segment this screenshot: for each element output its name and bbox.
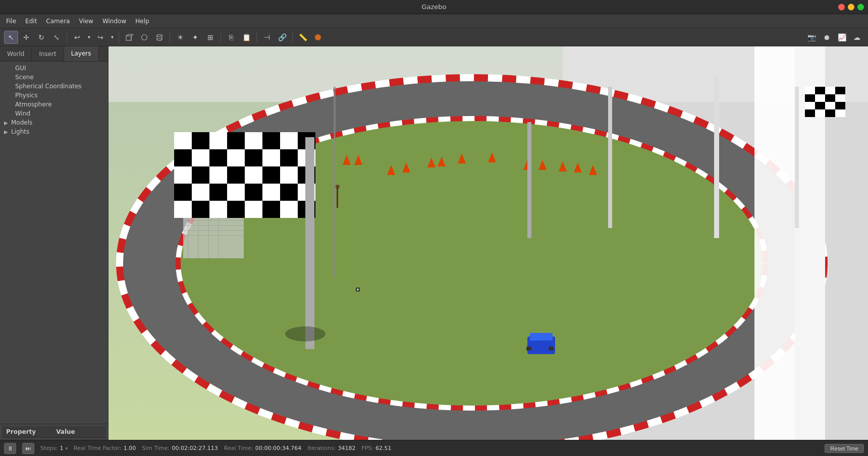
step-button[interactable]: ⏭	[22, 443, 34, 454]
svg-rect-70	[608, 87, 612, 228]
tree-label-spherical: Spherical Coordinates	[15, 83, 82, 90]
sphere-button[interactable]	[137, 31, 151, 44]
svg-point-2	[157, 34, 162, 36]
svg-rect-41	[305, 137, 314, 349]
pause-button[interactable]: ⏸	[4, 443, 16, 454]
svg-rect-31	[245, 166, 262, 184]
svg-rect-21	[174, 132, 192, 149]
copy-button[interactable]: ⎘	[224, 31, 238, 44]
tree-item-spherical[interactable]: Spherical Coordinates	[0, 82, 108, 91]
real-time-section: Real Time: 00:00:00:34.764	[224, 445, 301, 451]
app-title: Gazebo	[421, 3, 446, 11]
steps-section: Steps: 1 ▾	[40, 445, 68, 451]
steps-value: 1	[60, 445, 63, 451]
align-button[interactable]: ⊣	[260, 31, 274, 44]
redo-arrow-button[interactable]: ▾	[108, 31, 116, 44]
svg-rect-34	[227, 184, 245, 201]
maximize-button[interactable]	[857, 4, 864, 10]
rotate-tool[interactable]: ↻	[34, 31, 48, 44]
spot-light-button[interactable]: ✦	[188, 31, 202, 44]
tree-item-lights[interactable]: ▶ Lights	[0, 127, 108, 136]
property-col-label: Property	[6, 428, 36, 435]
svg-rect-23	[245, 132, 262, 149]
tree-item-atmosphere[interactable]: Atmosphere	[0, 100, 108, 109]
plot-button[interactable]: 📈	[835, 31, 849, 44]
tree-item-models[interactable]: ▶ Models	[0, 118, 108, 127]
sim-time-value: 00:02:02:27.113	[172, 445, 218, 451]
svg-rect-24	[280, 132, 298, 149]
panel-tabs: World Insert Layers	[0, 46, 108, 62]
svg-rect-33	[192, 184, 209, 201]
tree-label-lights: Lights	[11, 128, 29, 135]
translate-tool[interactable]: ✛	[19, 31, 33, 44]
svg-rect-35	[262, 184, 280, 201]
menu-edit[interactable]: Edit	[21, 17, 41, 26]
svg-rect-67	[526, 347, 531, 351]
pointcloud-button[interactable]: ☁	[850, 31, 864, 44]
iterations-section: Iterations: 34182	[307, 445, 355, 451]
svg-rect-72	[795, 87, 799, 228]
tree-item-scene[interactable]: Scene	[0, 73, 108, 82]
tab-layers[interactable]: Layers	[64, 46, 99, 61]
redo-button[interactable]: ↪	[93, 31, 107, 44]
tree-item-gui[interactable]: GUI	[0, 64, 108, 73]
svg-rect-80	[815, 109, 825, 117]
menu-help[interactable]: Help	[131, 17, 153, 26]
record-button[interactable]: ⏺	[820, 31, 834, 44]
paste-button[interactable]: 📋	[239, 31, 253, 44]
toolbar-separator-2	[119, 32, 119, 42]
steps-arrow[interactable]: ▾	[65, 446, 68, 451]
viewport[interactable]	[108, 46, 868, 440]
tab-insert[interactable]: Insert	[32, 46, 64, 61]
svg-rect-74	[805, 87, 815, 94]
point-light-button[interactable]: ☀	[173, 31, 187, 44]
measure-button[interactable]: 📏	[296, 31, 310, 44]
svg-rect-25	[192, 149, 209, 166]
snap-button[interactable]: 🔗	[275, 31, 289, 44]
main-layout: World Insert Layers GUI Scene Spherical …	[0, 46, 868, 440]
menu-view[interactable]: View	[75, 17, 97, 26]
svg-rect-38	[209, 201, 227, 218]
cylinder-button[interactable]	[152, 31, 167, 44]
tree-item-physics[interactable]: Physics	[0, 91, 108, 100]
svg-rect-83	[337, 188, 338, 208]
cursor-indicator	[356, 288, 360, 292]
tab-world[interactable]: World	[0, 46, 32, 61]
menu-file[interactable]: File	[2, 17, 20, 26]
svg-point-5	[157, 38, 162, 40]
svg-rect-79	[825, 102, 835, 109]
tree-label-atmosphere: Atmosphere	[15, 101, 52, 108]
svg-rect-0	[126, 36, 131, 40]
dir-light-button[interactable]: ⊞	[203, 31, 218, 44]
svg-rect-18	[754, 46, 795, 440]
tree-label-wind: Wind	[15, 110, 30, 117]
svg-rect-42	[334, 87, 336, 278]
fps-value: 62.51	[375, 445, 392, 451]
window-controls	[838, 4, 864, 10]
real-time-factor-section: Real Time Factor: 1.00	[74, 445, 136, 451]
tree-item-wind[interactable]: Wind	[0, 109, 108, 118]
tree-label-physics: Physics	[15, 92, 37, 99]
close-button[interactable]	[838, 4, 845, 10]
box-button[interactable]	[122, 31, 136, 44]
select-tool[interactable]: ↖	[4, 31, 18, 44]
menu-window[interactable]: Window	[98, 17, 130, 26]
property-panel: Property Value	[0, 424, 108, 440]
toolbar-separator-3	[170, 32, 170, 42]
tree-label-gui: GUI	[15, 65, 26, 72]
svg-rect-37	[174, 201, 192, 218]
svg-rect-66	[530, 333, 553, 340]
main-toolbar: ↖ ✛ ↻ ⤡ ↩ ▾ ↪ ▾ ☀ ✦ ⊞ ⎘ 📋 ⊣ 🔗 📏	[0, 28, 868, 46]
toolbar-separator-1	[67, 32, 67, 42]
undo-arrow-button[interactable]: ▾	[85, 31, 92, 44]
scale-tool[interactable]: ⤡	[49, 31, 64, 44]
minimize-button[interactable]	[848, 4, 854, 10]
reset-time-button[interactable]: Reset Time	[825, 444, 864, 453]
undo-button[interactable]: ↩	[70, 31, 84, 44]
screenshot-button[interactable]: 📷	[804, 31, 819, 44]
orange-button[interactable]	[311, 31, 325, 44]
menu-camera[interactable]: Camera	[42, 17, 74, 26]
svg-rect-39	[245, 201, 262, 218]
svg-rect-29	[174, 166, 192, 184]
svg-point-6	[315, 34, 321, 40]
